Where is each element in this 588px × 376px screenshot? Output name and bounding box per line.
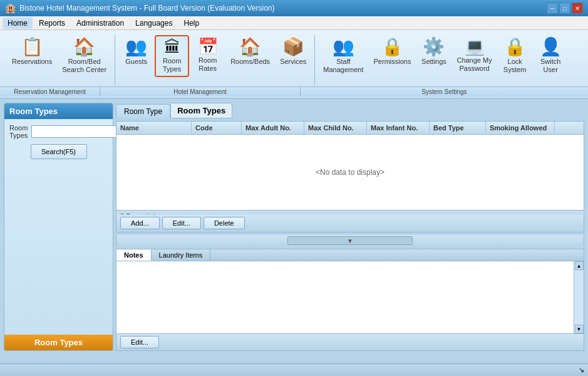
search-button[interactable]: Search(F5): [31, 144, 87, 159]
action-bar: Add... Edit... Delete: [116, 214, 584, 232]
permissions-icon: 🔒: [381, 38, 403, 56]
roomrates-button[interactable]: 📅 Room Rates: [190, 35, 225, 76]
notes-scrollbar[interactable]: ▲ ▼: [574, 261, 584, 333]
delete-button[interactable]: Delete: [204, 217, 245, 229]
staff-button[interactable]: 👥 Staff Management: [319, 35, 368, 77]
services-button[interactable]: 📦 Services: [276, 35, 311, 69]
roomtypes-search-input[interactable]: [31, 125, 124, 138]
guests-button[interactable]: 👥 Guests: [119, 35, 153, 69]
col-smoking: Smoking Allowed: [486, 122, 555, 134]
tab-roomtypes-title: Room Types: [170, 103, 232, 118]
notes-tabs: Notes Laundry Items: [116, 249, 584, 261]
section-label-hotel: Hotel Management: [100, 87, 301, 97]
grid-container: Name Code Max Adult No. Max Child No. Ma…: [116, 121, 584, 212]
guests-icon: 👥: [125, 38, 147, 56]
tab-roomtype[interactable]: Room Type: [116, 104, 170, 118]
empty-message: <No data to display>: [316, 168, 384, 177]
roomtypes-button[interactable]: 🏛 Room Types: [155, 35, 189, 77]
scroll-down-arrow[interactable]: ▼: [575, 325, 584, 333]
services-label: Services: [280, 58, 306, 66]
resize-handle[interactable]: ↘: [579, 366, 584, 374]
section-label-system: System Settings: [301, 87, 588, 97]
notes-edit-button[interactable]: Edit...: [120, 336, 159, 348]
grid-header: Name Code Max Adult No. Max Child No. Ma…: [116, 122, 584, 135]
menu-home[interactable]: Home: [3, 18, 33, 29]
section-label-reservation: Reservation Management: [0, 87, 100, 97]
guests-label: Guests: [125, 58, 147, 66]
toolbar: 📋 Reservations 🏠 Room/Bed Search Center …: [0, 30, 588, 99]
col-bedtype: Bed Type: [430, 122, 486, 134]
scroll-chevron-icon: ▼: [347, 238, 353, 244]
roombed-button[interactable]: 🏠 Room/Bed Search Center: [58, 35, 111, 77]
staff-icon: 👥: [333, 38, 354, 56]
maximize-button[interactable]: □: [559, 3, 570, 14]
menu-administration[interactable]: Administration: [71, 18, 129, 29]
reservations-icon: 📋: [21, 38, 43, 56]
tab-laundry[interactable]: Laundry Items: [152, 249, 211, 261]
roomsbeds-label: Rooms/Beds: [230, 58, 270, 66]
locksystem-icon: 🔒: [504, 38, 526, 56]
app-icon: 🏨: [5, 3, 16, 13]
notes-action-bar: Edit...: [116, 333, 584, 350]
locksystem-button[interactable]: 🔒 Lock System: [498, 35, 532, 77]
settings-button[interactable]: ⚙️ Settings: [416, 35, 451, 69]
menu-help[interactable]: Help: [178, 18, 204, 29]
roomtypes-field-label: Room Types: [9, 124, 28, 139]
close-button[interactable]: ✕: [572, 3, 583, 14]
scroll-divider: ▼: [116, 235, 584, 246]
roomsbeds-button[interactable]: 🏠 Rooms/Beds: [226, 35, 274, 69]
services-icon: 📦: [282, 38, 304, 56]
status-bar: ↘: [0, 363, 588, 376]
tab-notes[interactable]: Notes: [116, 249, 152, 261]
left-panel: Room Types Room Types Search(F5) Room Ty…: [4, 103, 113, 351]
col-maxchild: Max Child No.: [304, 122, 367, 134]
notes-section: Notes Laundry Items ▲ ▼ Edit...: [116, 249, 584, 351]
scroll-track: [575, 270, 584, 325]
switchuser-button[interactable]: 👤 Switch User: [534, 35, 568, 77]
tab-bar: Room Type Room Types: [116, 103, 584, 118]
switchuser-icon: 👤: [540, 38, 562, 56]
roomtypes-icon: 🏛: [164, 39, 180, 55]
reservations-button[interactable]: 📋 Reservations: [8, 35, 56, 69]
settings-icon: ⚙️: [423, 38, 445, 56]
col-name: Name: [116, 122, 192, 134]
menu-reports[interactable]: Reports: [34, 18, 70, 29]
title-bar: 🏨 Bistone Hotel Management System - Full…: [0, 0, 588, 16]
scroll-up-arrow[interactable]: ▲: [575, 261, 584, 270]
roombed-icon: 🏠: [73, 38, 95, 56]
permissions-button[interactable]: 🔒 Permissions: [369, 35, 416, 69]
permissions-label: Permissions: [374, 58, 411, 66]
grid-body: <No data to display>: [116, 135, 584, 210]
roomrates-icon: 📅: [198, 38, 218, 55]
roomsbeds-icon: 🏠: [239, 38, 261, 56]
col-code: Code: [192, 122, 242, 134]
changemypwd-button[interactable]: 💻 Change My Password: [452, 35, 496, 76]
page-area: Room Types Room Types Search(F5) Room Ty…: [0, 99, 588, 365]
edit-button[interactable]: Edit...: [162, 217, 201, 229]
changemypwd-icon: 💻: [465, 38, 485, 55]
notes-body: ▲ ▼: [116, 261, 584, 333]
menu-bar: Home Reports Administration Languages He…: [0, 16, 588, 30]
settings-label: Settings: [421, 58, 446, 66]
col-maxadult: Max Adult No.: [242, 122, 304, 134]
menu-languages[interactable]: Languages: [130, 18, 177, 29]
right-panel: Room Type Room Types Name Code Max Adult…: [116, 103, 584, 351]
reservations-label: Reservations: [12, 58, 52, 66]
col-maxinfant: Max Infant No.: [367, 122, 430, 134]
add-button[interactable]: Add...: [120, 217, 160, 229]
left-panel-title: Room Types: [4, 103, 113, 119]
minimize-button[interactable]: ─: [547, 3, 558, 14]
window-title: Bistone Hotel Management System - Full B…: [19, 4, 275, 13]
bottom-label: Room Types: [4, 335, 113, 350]
